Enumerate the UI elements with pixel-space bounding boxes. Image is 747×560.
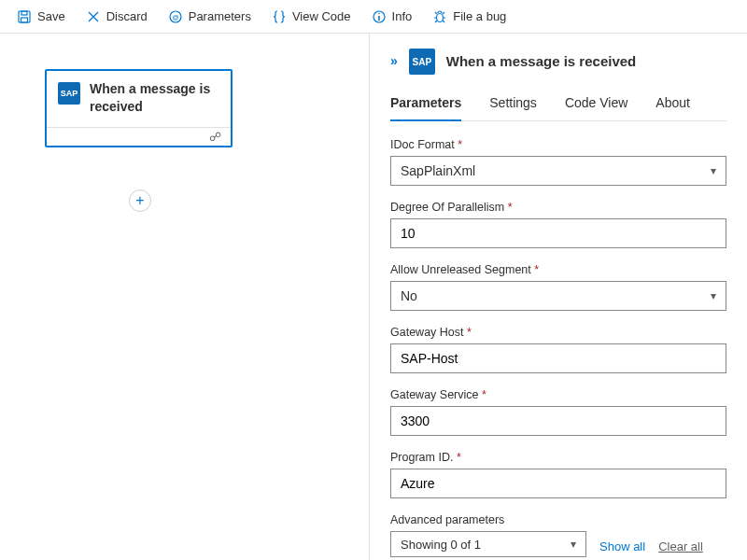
tab-settings[interactable]: Settings	[489, 90, 537, 120]
svg-point-8	[378, 12, 380, 14]
parameters-icon: @	[168, 9, 183, 24]
trigger-node[interactable]: SAP When a message is received ☍	[45, 69, 233, 147]
tab-parameters[interactable]: Parameters	[390, 90, 461, 121]
svg-point-9	[437, 13, 444, 21]
parameters-button[interactable]: @ Parameters	[159, 6, 261, 28]
gateway-host-input[interactable]	[390, 343, 726, 373]
toolbar: Save Discard @ Parameters View Code Info…	[0, 0, 747, 34]
svg-rect-2	[21, 18, 28, 22]
canvas: SAP When a message is received ☍ +	[0, 34, 369, 560]
info-label: Info	[392, 9, 413, 23]
info-button[interactable]: Info	[362, 6, 422, 28]
allow-unreleased-select[interactable]: No ▾	[390, 281, 726, 311]
idoc-format-label: IDoc Format *	[390, 138, 726, 151]
info-icon	[372, 9, 387, 24]
panel-tabs: Parameters Settings Code View About	[390, 90, 726, 121]
parameters-label: Parameters	[189, 9, 251, 23]
node-title: When a message is received	[90, 80, 219, 116]
allow-unreleased-label: Allow Unreleased Segment *	[390, 263, 726, 276]
advanced-parameters-field: Advanced parameters Showing 0 of 1 ▾	[390, 513, 586, 557]
chevron-down-icon: ▾	[711, 289, 716, 302]
tab-code-view[interactable]: Code View	[565, 90, 627, 120]
save-icon	[17, 9, 32, 24]
advanced-label: Advanced parameters	[390, 513, 586, 526]
gateway-service-label: Gateway Service *	[390, 388, 726, 401]
gateway-service-input[interactable]	[390, 406, 726, 436]
connection-icon[interactable]: ☍	[209, 130, 221, 144]
add-step-button[interactable]: +	[129, 189, 151, 212]
idoc-format-select[interactable]: SapPlainXml ▾	[390, 156, 726, 186]
file-bug-label: File a bug	[453, 9, 506, 23]
sap-icon: SAP	[58, 82, 80, 105]
clear-all-link[interactable]: Clear all	[658, 539, 703, 557]
workspace: SAP When a message is received ☍ + » SAP…	[0, 34, 747, 560]
chevron-down-icon: ▾	[711, 164, 716, 177]
field-gateway-service: Gateway Service *	[390, 388, 726, 436]
field-idoc-format: IDoc Format * SapPlainXml ▾	[390, 138, 726, 186]
discard-label: Discard	[106, 9, 148, 23]
program-id-input[interactable]	[390, 469, 726, 498]
bug-icon	[432, 9, 447, 24]
details-panel: » SAP When a message is received Paramet…	[369, 34, 747, 560]
advanced-select[interactable]: Showing 0 of 1 ▾	[390, 531, 586, 557]
chevron-down-icon: ▾	[571, 538, 576, 551]
tab-about[interactable]: About	[655, 90, 690, 120]
node-header: SAP When a message is received	[47, 71, 231, 127]
show-all-link[interactable]: Show all	[599, 539, 645, 557]
save-label: Save	[37, 9, 65, 23]
svg-rect-1	[21, 11, 27, 15]
panel-header: » SAP When a message is received	[390, 47, 726, 75]
parallelism-input[interactable]	[390, 218, 726, 248]
svg-rect-0	[19, 11, 30, 22]
view-code-button[interactable]: View Code	[262, 6, 360, 28]
close-icon	[86, 9, 101, 24]
parallelism-label: Degree Of Parallelism *	[390, 201, 726, 214]
view-code-label: View Code	[292, 9, 351, 23]
panel-title: When a message is received	[446, 53, 636, 69]
sap-icon: SAP	[409, 49, 435, 75]
discard-button[interactable]: Discard	[77, 6, 157, 28]
node-footer: ☍	[47, 127, 231, 146]
file-bug-button[interactable]: File a bug	[423, 6, 515, 28]
save-button[interactable]: Save	[7, 6, 75, 28]
advanced-parameters-row: Advanced parameters Showing 0 of 1 ▾ Sho…	[390, 513, 726, 557]
braces-icon	[272, 9, 287, 24]
field-parallelism: Degree Of Parallelism *	[390, 201, 726, 248]
field-program-id: Program ID. *	[390, 451, 726, 498]
field-gateway-host: Gateway Host *	[390, 326, 726, 373]
gateway-host-label: Gateway Host *	[390, 326, 726, 339]
collapse-icon[interactable]: »	[390, 53, 398, 68]
svg-text:@: @	[172, 14, 178, 21]
program-id-label: Program ID. *	[390, 451, 726, 464]
field-allow-unreleased: Allow Unreleased Segment * No ▾	[390, 263, 726, 311]
